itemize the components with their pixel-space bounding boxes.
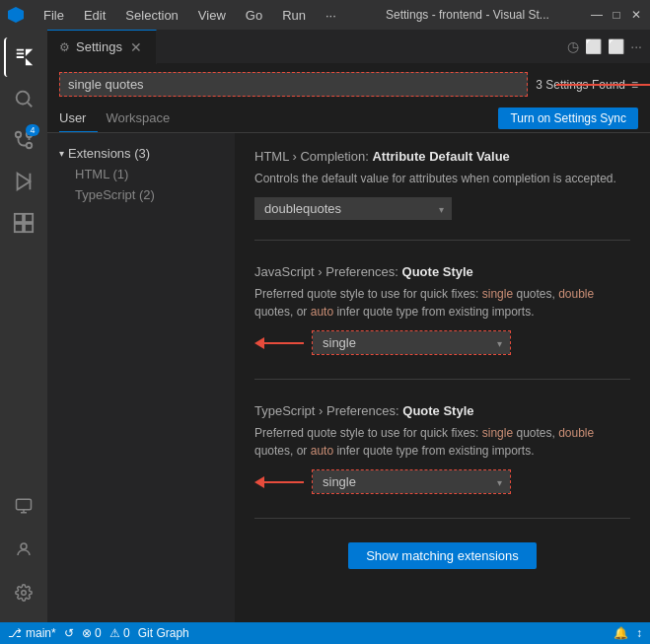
settings-main: HTML › Completion: Attribute Default Val…	[235, 133, 650, 622]
activity-bar-bottom	[4, 486, 43, 614]
activity-search[interactable]	[4, 79, 43, 118]
title-bar-left: File Edit Selection View Go Run ···	[8, 6, 344, 25]
svg-line-1	[28, 103, 32, 107]
search-input[interactable]	[68, 77, 519, 92]
activity-bar: 4	[0, 30, 47, 622]
status-remote[interactable]: ↕	[636, 626, 642, 640]
activity-extensions[interactable]	[4, 203, 43, 243]
sidebar-section-header-extensions[interactable]: ▾ Extensions (3)	[47, 143, 235, 164]
settings-tab-label: Settings	[76, 39, 122, 54]
js-select[interactable]: single double auto	[313, 331, 510, 354]
sync-button[interactable]: Turn on Settings Sync	[498, 107, 638, 129]
activity-explorer[interactable]	[4, 37, 43, 77]
svg-point-0	[17, 92, 30, 105]
svg-point-13	[22, 591, 27, 596]
maximize-button[interactable]: □	[611, 9, 622, 21]
minimize-button[interactable]: —	[591, 9, 603, 21]
tab-bar-actions: ◷ ⬜ ⬜ ···	[567, 38, 650, 54]
menu-file[interactable]: File	[36, 6, 72, 25]
settings-tabs-row: User Workspace Turn on Settings Sync	[47, 105, 650, 133]
html-select[interactable]: doublequotes singlequotes empty	[254, 197, 452, 220]
warnings-text: ⚠ 0	[109, 626, 130, 640]
menu-go[interactable]: Go	[238, 6, 270, 25]
status-git-graph[interactable]: Git Graph	[138, 626, 189, 640]
setting-html-title: HTML › Completion: Attribute Default Val…	[254, 149, 630, 164]
settings-count: 3 Settings Found ≡	[536, 78, 638, 92]
tab-more-icon[interactable]: ···	[630, 38, 642, 54]
svg-point-3	[27, 143, 33, 149]
svg-point-2	[16, 132, 22, 138]
source-control-badge: 4	[26, 124, 39, 136]
tab-layout-icon[interactable]: ⬜	[608, 38, 624, 54]
menu-edit[interactable]: Edit	[76, 6, 113, 25]
status-bar-right: 🔔 ↕	[614, 626, 642, 640]
settings-container: 3 Settings Found ≡ User Workspace Turn o…	[47, 64, 650, 622]
status-errors[interactable]: ⊗ 0	[82, 626, 102, 640]
setting-ts-description: Preferred quote style to use for quick f…	[254, 424, 630, 460]
js-breadcrumb: JavaScript › Preferences:	[254, 264, 402, 279]
tab-workspace[interactable]: Workspace	[106, 105, 181, 132]
js-select-wrapper: single double auto ▾	[312, 330, 511, 355]
svg-rect-10	[25, 224, 33, 232]
setting-js-description: Preferred quote style to use for quick f…	[254, 285, 630, 321]
tab-bar: ⚙ Settings ✕ ◷ ⬜ ⬜ ···	[47, 30, 650, 64]
settings-tab[interactable]: ⚙ Settings ✕	[47, 30, 157, 64]
git-graph-label: Git Graph	[138, 626, 189, 640]
activity-run[interactable]	[4, 162, 43, 201]
tab-split-icon[interactable]: ⬜	[585, 38, 602, 54]
ts-select-wrapper: single double auto ▾	[312, 469, 511, 494]
status-warnings[interactable]: ⚠ 0	[109, 626, 130, 640]
sync-icon: ↺	[64, 626, 74, 640]
status-bar-left: ⎇ main* ↺ ⊗ 0 ⚠ 0 Git Graph	[8, 626, 189, 640]
svg-marker-5	[18, 174, 31, 190]
ts-select[interactable]: single double auto	[313, 470, 510, 493]
menu-bar: File Edit Selection View Go Run ···	[36, 6, 344, 25]
ts-breadcrumb: TypeScript › Preferences:	[254, 403, 402, 418]
title-bar: File Edit Selection View Go Run ··· Sett…	[0, 0, 650, 30]
menu-selection[interactable]: Selection	[117, 6, 185, 25]
settings-tab-icon: ⚙	[59, 40, 70, 54]
svg-rect-7	[15, 214, 23, 222]
activity-source-control[interactable]: 4	[4, 120, 43, 160]
setting-ts-title: TypeScript › Preferences: Quote Style	[254, 403, 630, 418]
status-branch[interactable]: ⎇ main*	[8, 626, 56, 640]
html-select-wrapper: doublequotes singlequotes empty ▾	[254, 197, 452, 220]
branch-name: main*	[26, 626, 56, 640]
settings-body: ▾ Extensions (3) HTML (1) TypeScript (2)…	[47, 133, 650, 622]
svg-point-12	[21, 543, 27, 549]
menu-run[interactable]: Run	[274, 6, 314, 25]
notifications-icon: 🔔	[614, 626, 628, 640]
menu-more[interactable]: ···	[318, 6, 344, 25]
sidebar-item-typescript[interactable]: TypeScript (2)	[47, 184, 235, 205]
svg-rect-11	[17, 499, 32, 510]
setting-js-title: JavaScript › Preferences: Quote Style	[254, 264, 630, 279]
window-title: Settings - frontend - Visual St...	[344, 8, 591, 22]
tab-close-button[interactable]: ✕	[128, 37, 144, 57]
menu-view[interactable]: View	[190, 6, 234, 25]
status-bar: ⎇ main* ↺ ⊗ 0 ⚠ 0 Git Graph 🔔 ↕	[0, 622, 650, 644]
close-button[interactable]: ✕	[630, 9, 642, 21]
tab-history-icon[interactable]: ◷	[567, 38, 579, 54]
svg-rect-9	[15, 224, 23, 232]
sidebar-item-html[interactable]: HTML (1)	[47, 164, 235, 184]
settings-sidebar: ▾ Extensions (3) HTML (1) TypeScript (2)	[47, 133, 235, 622]
status-notifications[interactable]: 🔔	[614, 626, 628, 640]
sidebar-section-extensions: ▾ Extensions (3) HTML (1) TypeScript (2)	[47, 141, 235, 207]
ts-select-row: single double auto ▾	[254, 469, 630, 494]
activity-account[interactable]	[4, 530, 43, 569]
setting-ts-quote-style: TypeScript › Preferences: Quote Style Pr…	[254, 403, 630, 519]
activity-remote[interactable]	[4, 486, 43, 526]
activity-settings[interactable]	[4, 573, 43, 612]
count-text: 3 Settings Found	[536, 78, 625, 92]
svg-rect-8	[25, 214, 33, 222]
search-input-wrapper	[59, 72, 528, 97]
tab-user[interactable]: User	[59, 105, 98, 132]
editor-area: ⚙ Settings ✕ ◷ ⬜ ⬜ ···	[47, 30, 650, 622]
chevron-down-icon: ▾	[59, 148, 64, 159]
setting-js-quote-style: JavaScript › Preferences: Quote Style Pr…	[254, 264, 630, 380]
setting-html-description: Controls the default value for attribute…	[254, 170, 630, 187]
filter-icon[interactable]: ≡	[631, 78, 638, 92]
status-sync[interactable]: ↺	[64, 626, 74, 640]
show-matching-button[interactable]: Show matching extensions	[348, 542, 537, 569]
sidebar-section-label-extensions: Extensions (3)	[68, 146, 150, 161]
